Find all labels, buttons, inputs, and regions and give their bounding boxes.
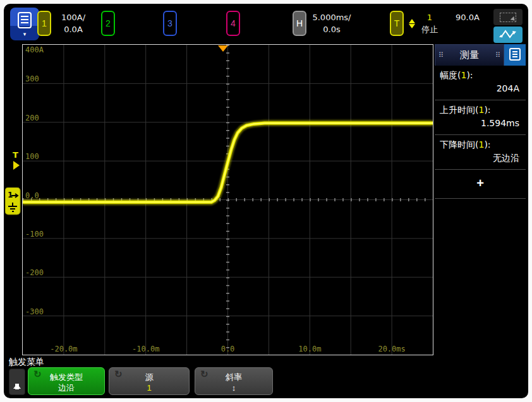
- menu-icon: [509, 48, 521, 62]
- trigger-status-area[interactable]: 1 停止 90.0A: [409, 11, 480, 35]
- drag-grip-icon[interactable]: ⠿: [435, 51, 447, 59]
- rect-select-icon: [500, 13, 516, 22]
- page: ▾ 1 100A/ 0.0A 2 3 4 H 5.000ms/ 0.0s T 1…: [0, 0, 532, 402]
- svg-text:-200: -200: [25, 268, 44, 277]
- waveform-display[interactable]: 400A3002001000.0-100-200-300-20.0m-10.0m…: [22, 44, 433, 355]
- channel-1-offset: 0.0A: [53, 23, 94, 35]
- softkey-menu-title: 触发菜单: [9, 357, 44, 368]
- measurement-value: 无边沿: [440, 150, 521, 167]
- measurement-panel-header: ⠿ 测量 ⠿: [435, 44, 526, 66]
- measurement-panel-title: 测量: [447, 49, 492, 61]
- menu-icon: [17, 12, 32, 30]
- acquisition-status: 停止: [415, 23, 444, 35]
- channel-1-button[interactable]: 1: [37, 11, 51, 36]
- touch-gesture-button[interactable]: [493, 27, 523, 43]
- trigger-source-readout: 1: [415, 11, 444, 23]
- rotate-knob-icon: ↻: [114, 369, 123, 380]
- channel-4-button[interactable]: 4: [226, 11, 240, 36]
- measurement-rise-time[interactable]: 上升时间(1): 1.594ms: [435, 100, 526, 135]
- svg-text:-10.0m: -10.0m: [132, 345, 159, 353]
- rotate-knob-icon: ↻: [200, 369, 209, 380]
- touch-gesture-icon: [499, 28, 517, 42]
- measurement-amplitude[interactable]: 幅度(1): 204A: [435, 66, 526, 100]
- timebase-scale: 5.000ms/: [308, 11, 356, 23]
- svg-text:20.0ms: 20.0ms: [378, 345, 405, 353]
- svg-text:300: 300: [25, 74, 39, 83]
- measurement-label: 下降时间: [440, 139, 475, 150]
- trigger-button[interactable]: T: [390, 11, 404, 36]
- softkey-value: ↕: [195, 382, 272, 394]
- measurement-fall-time[interactable]: 下降时间(1): 无边沿: [435, 135, 526, 170]
- trigger-level-label: T: [13, 150, 18, 160]
- measurement-value: 1.594ms: [440, 115, 521, 132]
- svg-text:-300: -300: [25, 307, 44, 316]
- svg-text:200: 200: [25, 114, 39, 122]
- oscilloscope-screen: ▾ 1 100A/ 0.0A 2 3 4 H 5.000ms/ 0.0s T 1…: [4, 4, 528, 398]
- trigger-level-marker[interactable]: [13, 161, 20, 170]
- menu-back-button[interactable]: [9, 369, 25, 395]
- softkey-source[interactable]: ↻ 源 1: [109, 367, 190, 395]
- trigger-time-marker[interactable]: [218, 45, 228, 52]
- horizontal-button[interactable]: H: [293, 11, 306, 36]
- svg-text:0.0: 0.0: [221, 345, 235, 353]
- add-measurement-button[interactable]: +: [435, 170, 526, 199]
- softkey-trigger-type[interactable]: ↻ 触发类型 边沿: [28, 367, 105, 395]
- softkey-value: 1: [109, 382, 189, 394]
- svg-text:-100: -100: [25, 230, 44, 239]
- channel-1-ground-marker[interactable]: 1: [5, 187, 21, 218]
- measurement-panel: ⠿ 测量 ⠿ 幅度(1): 204A 上升时间(1): 1.594ms: [435, 44, 526, 355]
- channel-1-scale: 100A/: [53, 11, 94, 23]
- rotate-knob-icon: ↻: [33, 369, 42, 380]
- svg-text:400A: 400A: [25, 45, 44, 54]
- timebase-delay: 0.0s: [308, 23, 356, 35]
- main-menu-button[interactable]: ▾: [10, 8, 39, 40]
- measurement-value: 204A: [440, 81, 521, 97]
- measurement-menu-button[interactable]: [504, 44, 526, 66]
- channel-3-button[interactable]: 3: [163, 11, 177, 36]
- softkey-slope[interactable]: ↻ 斜率 ↕: [195, 367, 273, 395]
- measurement-panel-tab[interactable]: ⠿ 测量 ⠿: [435, 44, 504, 66]
- timebase-settings[interactable]: 5.000ms/ 0.0s: [308, 11, 356, 35]
- trigger-level-arrows-icon: [409, 16, 415, 32]
- trigger-level-readout: 90.0A: [456, 11, 480, 23]
- measurement-label: 上升时间: [440, 105, 475, 115]
- svg-text:-20.0m: -20.0m: [50, 345, 77, 353]
- channel-2-button[interactable]: 2: [101, 11, 115, 36]
- softkey-value: 边沿: [28, 382, 104, 394]
- channel-1-settings[interactable]: 100A/ 0.0A: [53, 11, 94, 35]
- rect-select-button[interactable]: [493, 9, 523, 25]
- measurement-label: 幅度: [440, 70, 457, 80]
- svg-text:100: 100: [25, 152, 39, 161]
- chevron-down-icon: ▾: [23, 32, 27, 37]
- up-arrow-icon: [13, 370, 21, 389]
- graticule: 400A3002001000.0-100-200-300-20.0m-10.0m…: [23, 45, 433, 355]
- drag-grip-icon[interactable]: ⠿: [492, 51, 504, 59]
- svg-text:10.0m: 10.0m: [298, 345, 321, 353]
- svg-text:0.0: 0.0: [25, 191, 39, 200]
